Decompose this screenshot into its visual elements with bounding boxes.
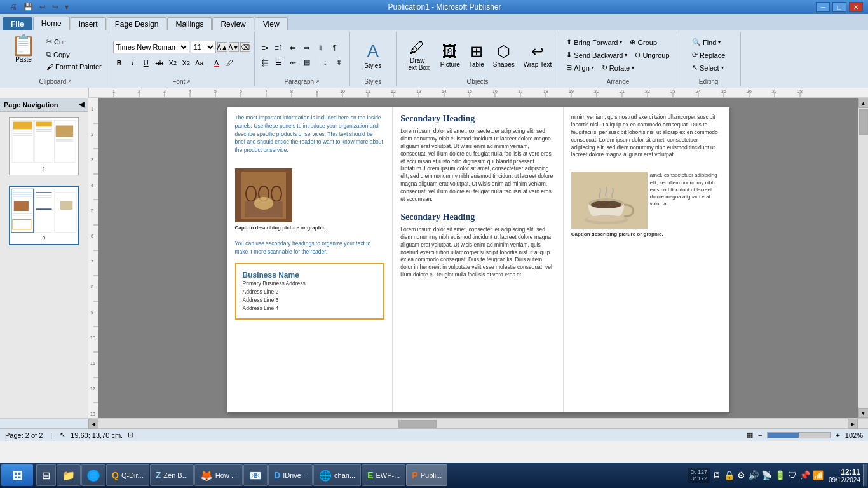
file-explorer-button[interactable]: 📁	[57, 464, 81, 486]
select-button[interactable]: ↖ Select ▾	[689, 62, 728, 74]
italic-button[interactable]: I	[126, 57, 139, 69]
font-size-increase[interactable]: A▲	[217, 42, 227, 52]
superscript-button[interactable]: X2	[180, 57, 193, 69]
clipboard-expander[interactable]: ↗	[67, 79, 72, 85]
idrive-button[interactable]: D IDrive...	[268, 464, 313, 486]
clear-formatting[interactable]: ⌫	[240, 42, 250, 52]
tray-icon-8[interactable]: 📌	[799, 470, 810, 480]
minimize-button[interactable]: ─	[816, 2, 830, 12]
replace-button[interactable]: ⟳ Replace	[689, 49, 728, 61]
tray-icon-9[interactable]: 📶	[813, 470, 824, 480]
paragraph-spacing-button[interactable]: ⇳	[333, 56, 346, 69]
change-case-button[interactable]: Aa	[193, 57, 206, 69]
tab-home[interactable]: Home	[33, 17, 70, 30]
paragraph-expander[interactable]: ↗	[315, 79, 320, 85]
zoom-increase[interactable]: +	[836, 431, 839, 439]
redo-button[interactable]: ↪	[50, 2, 60, 12]
tray-icon-7[interactable]: 🛡	[788, 470, 797, 480]
show-desktop-button[interactable]	[863, 464, 867, 486]
send-backward-button[interactable]: ⬇ Send Backward ▾	[563, 49, 630, 61]
close-button[interactable]: ✕	[849, 2, 863, 12]
numbered-list-button[interactable]: ≡1	[273, 41, 285, 54]
start-button[interactable]: ⊞	[1, 464, 33, 486]
align-left-button[interactable]: ⬱	[259, 56, 271, 69]
bullet-list-button[interactable]: ≡•	[259, 41, 271, 54]
show-hide-button[interactable]: ¶	[329, 41, 341, 54]
tab-file[interactable]: File	[3, 17, 32, 30]
publisher-button[interactable]: P Publi...	[406, 464, 447, 486]
styles-button[interactable]: A Styles	[354, 39, 392, 71]
columns-button[interactable]: ⫴	[315, 41, 327, 54]
layout-view-button[interactable]: ▦	[747, 431, 753, 439]
scroll-left-button[interactable]: ◀	[88, 419, 98, 429]
tray-icon-1[interactable]: 🖥	[712, 470, 721, 480]
save-button[interactable]: 💾	[22, 2, 35, 12]
ungroup-button[interactable]: ⊖ Ungroup	[632, 49, 672, 61]
zoom-slider[interactable]	[767, 432, 831, 438]
table-button[interactable]: ⊞ Table	[466, 41, 487, 70]
strikethrough-button[interactable]: ab	[153, 57, 166, 69]
horizontal-scroll-track[interactable]	[98, 419, 848, 428]
font-size-select[interactable]: 11	[191, 41, 216, 53]
format-painter-button[interactable]: 🖌 Format Painter	[43, 61, 105, 72]
system-clock[interactable]: 12:11 09/12/2024	[829, 468, 860, 484]
group-button[interactable]: ⊕ Group	[627, 36, 660, 48]
canvas-area[interactable]: The most important information is includ…	[98, 98, 858, 418]
customize-quick-access[interactable]: ▾	[63, 2, 71, 12]
zoom-decrease[interactable]: −	[758, 431, 762, 439]
picture-button[interactable]: 🖼 Picture	[437, 41, 463, 70]
scroll-down-button[interactable]: ▼	[858, 408, 869, 418]
align-right-button[interactable]: ⬰	[287, 56, 299, 69]
tab-mailings[interactable]: Mailings	[167, 17, 212, 30]
paste-button[interactable]: 📋 Paste	[6, 33, 41, 65]
tab-view[interactable]: View	[255, 17, 288, 30]
underline-button[interactable]: U	[140, 57, 153, 69]
bold-button[interactable]: B	[113, 57, 126, 69]
justify-button[interactable]: ▤	[301, 56, 313, 69]
shapes-button[interactable]: ⬡ Shapes	[490, 41, 518, 70]
chan-button[interactable]: 🌐 chan...	[313, 464, 361, 486]
draw-text-box-button[interactable]: 🖊 Draw Text Box	[400, 37, 435, 73]
tray-icon-5[interactable]: 📡	[761, 470, 772, 480]
q-dir-button[interactable]: Q Q-Dir...	[106, 464, 149, 486]
font-face-select[interactable]: Times New Roman	[113, 41, 189, 53]
vertical-scrollbar[interactable]: ▲ ▼	[858, 98, 868, 418]
font-size-decrease[interactable]: A▼	[229, 42, 239, 52]
zen-browser-button[interactable]: Z Zen B...	[150, 464, 194, 486]
font-color-button[interactable]: A	[210, 57, 223, 69]
align-button[interactable]: ⊟ Align ▾	[563, 62, 597, 74]
browser-button[interactable]: 🌐	[81, 464, 105, 486]
decrease-indent[interactable]: ⇐	[287, 41, 299, 54]
page-nav-collapse[interactable]: ◀	[79, 100, 84, 109]
tray-icon-6[interactable]: 🔋	[775, 470, 785, 480]
find-button[interactable]: 🔍 Find ▾	[689, 36, 728, 48]
tab-insert[interactable]: Insert	[71, 17, 106, 30]
network-monitor[interactable]: D: 127 U: 172	[688, 468, 710, 483]
tab-page-design[interactable]: Page Design	[107, 17, 167, 30]
tab-review[interactable]: Review	[212, 17, 254, 30]
email-button[interactable]: 📧	[243, 464, 268, 486]
bring-forward-button[interactable]: ⬆ Bring Forward ▾	[563, 36, 625, 48]
page-thumb-2[interactable]: 2	[9, 186, 79, 245]
task-view-button[interactable]: ⊟	[36, 464, 56, 486]
maximize-button[interactable]: □	[832, 2, 846, 12]
subscript-button[interactable]: X2	[166, 57, 179, 69]
undo-button[interactable]: ↩	[37, 2, 48, 12]
line-spacing-button[interactable]: ↕	[319, 56, 332, 69]
ewp-button[interactable]: E EWP-...	[362, 464, 405, 486]
increase-indent[interactable]: ⇒	[301, 41, 313, 54]
scroll-right-button[interactable]: ▶	[848, 419, 858, 429]
page-thumb-1[interactable]: 1	[9, 117, 79, 175]
rotate-button[interactable]: ↻ Rotate ▾	[599, 62, 637, 74]
scroll-thumb[interactable]	[859, 109, 868, 135]
highlight-button[interactable]: 🖊	[224, 57, 236, 69]
cut-button[interactable]: ✂ Cut	[43, 36, 105, 48]
hscroll-thumb[interactable]	[398, 420, 437, 428]
wrap-text-button[interactable]: ↩ Wrap Text	[520, 41, 555, 70]
tray-icon-4[interactable]: 🔊	[748, 470, 759, 480]
scroll-up-button[interactable]: ▲	[858, 98, 869, 108]
firefox-button[interactable]: 🦊 How ...	[194, 464, 243, 486]
align-center-button[interactable]: ☰	[273, 56, 285, 69]
font-expander[interactable]: ↗	[186, 79, 191, 85]
tray-icon-3[interactable]: ⚙	[737, 470, 745, 480]
